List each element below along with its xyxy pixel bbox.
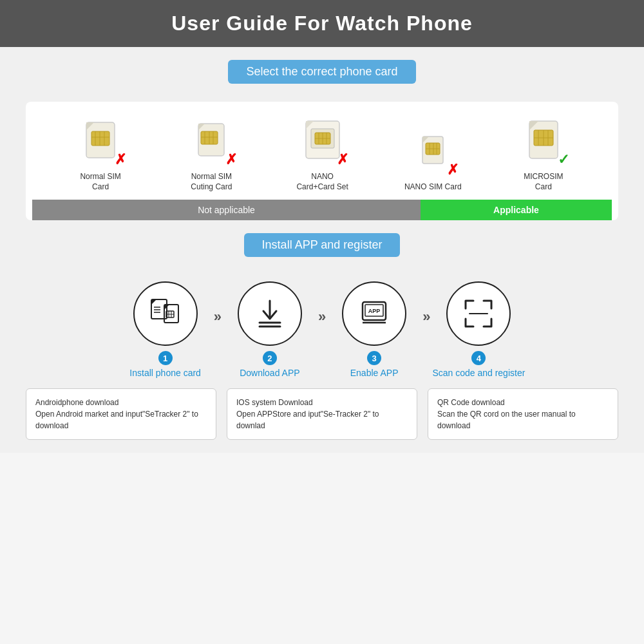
step-3-num: 3 [367, 351, 381, 365]
sim-cutting-label: Normal SIM Cuting Card [182, 172, 240, 192]
sim-cutting-svg [192, 115, 231, 163]
sim-card-normal: ✗ Normal SIM Card [71, 115, 129, 192]
step-3-label: Enable APP [350, 368, 399, 378]
step-4: 4 Scan code and register [424, 281, 533, 378]
sim-normal-svg [81, 115, 120, 163]
sim-card-micro: ✓ MICROSIM Card [515, 115, 573, 192]
page-header: User Guide For Watch Phone [0, 0, 644, 47]
sim-micro-svg [524, 115, 563, 163]
step-4-num: 4 [471, 351, 486, 365]
info-box-android-text: Androidphone downloadOpen Android market… [35, 398, 198, 430]
install-section: Install APP and register [26, 233, 618, 440]
step-3: APP 3 Enable APP [319, 281, 429, 378]
step-2-icon [252, 296, 288, 332]
step-1-icon [146, 294, 185, 333]
sim-nano-set-label: NANO Card+Card Set [294, 172, 352, 192]
step-1-label: Install phone card [129, 368, 201, 378]
svg-text:APP: APP [368, 308, 381, 314]
sim-section-title: Select the correct phone card [228, 60, 415, 84]
page-title: User Guide For Watch Phone [0, 12, 644, 35]
sim-nano-set-svg [303, 115, 342, 163]
sim-card-nano: ✗ NANO SIM Card [404, 125, 462, 193]
svg-rect-2 [91, 131, 109, 146]
step-4-label: Scan code and register [432, 368, 525, 378]
install-section-header: Install APP and register [26, 233, 618, 269]
sim-icon-wrap-normal: ✗ [81, 115, 120, 166]
step-1-num: 1 [158, 351, 173, 365]
sim-nano-svg [413, 125, 452, 173]
sim-cards-row: ✗ Normal SIM Card ✗ [32, 115, 612, 192]
info-box-ios-text: IOS system DownloadOpen APPStore and ipu… [236, 398, 379, 430]
step-1: 1 Install phone card [111, 281, 220, 378]
step-3-circle: APP [342, 281, 406, 346]
step-2: 2 Download APP [215, 281, 325, 378]
step-3-icon: APP [356, 296, 392, 332]
sim-nano-label: NANO SIM Card [404, 182, 462, 193]
sim-micro-label: MICROSIM Card [515, 172, 573, 192]
sim-nano-mark: ✗ [447, 162, 459, 178]
info-box-qr: QR Code downloadScan the QR cord on the … [428, 388, 618, 440]
svg-marker-37 [151, 299, 156, 305]
sim-icon-wrap-micro: ✓ [524, 115, 563, 166]
step-2-num: 2 [263, 351, 277, 365]
sim-cards-section: ✗ Normal SIM Card ✗ [26, 102, 618, 220]
install-section-title: Install APP and register [244, 233, 401, 257]
sim-cutting-mark: ✗ [225, 151, 237, 168]
status-row: Not applicable Applicable [32, 200, 612, 220]
sim-normal-label: Normal SIM Card [71, 172, 129, 192]
sim-card-cutting: ✗ Normal SIM Cuting Card [182, 115, 240, 192]
info-box-qr-text: QR Code downloadScan the QR cord on the … [437, 398, 576, 430]
sim-icon-wrap-nano-set: ✗ [303, 115, 342, 166]
sim-card-nano-set: ✗ NANO Card+Card Set [294, 115, 352, 192]
sim-micro-mark: ✓ [558, 151, 569, 168]
applicable-label: Applicable [421, 200, 612, 220]
step-4-icon [460, 296, 497, 332]
sim-icon-wrap-nano: ✗ [413, 125, 452, 176]
step-1-circle [133, 281, 198, 346]
step-2-circle [238, 281, 302, 346]
main-content: Select the correct phone card ✗ [0, 47, 644, 453]
info-boxes-row: Androidphone downloadOpen Android market… [26, 388, 618, 440]
sim-normal-mark: ✗ [115, 151, 126, 168]
info-box-ios: IOS system DownloadOpen APPStore and ipu… [227, 388, 417, 440]
sim-icon-wrap-cutting: ✗ [192, 115, 231, 166]
step-4-circle [446, 281, 511, 346]
not-applicable-label: Not applicable [32, 200, 421, 220]
sim-section-header: Select the correct phone card [26, 60, 618, 95]
info-box-android: Androidphone downloadOpen Android market… [26, 388, 216, 440]
steps-row: 1 Install phone card » 2 Download APP [26, 281, 618, 378]
step-2-label: Download APP [240, 368, 299, 378]
sim-nano-set-mark: ✗ [337, 151, 348, 168]
